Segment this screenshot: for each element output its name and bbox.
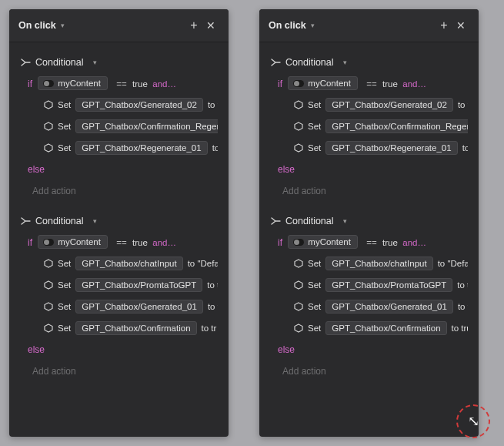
target-pill[interactable]: GPT_Chatbox/Confirmation_Regen [325, 119, 468, 133]
and-keyword: and… [152, 238, 176, 247]
svg-marker-13 [295, 324, 302, 332]
if-condition[interactable]: if myContent == true and… [20, 72, 218, 95]
action-row[interactable]: Set GPT_Chatbox/chatInput to "Defa [20, 253, 218, 273]
target-pill[interactable]: GPT_Chatbox/Generated_01 [75, 300, 203, 314]
chevron-down-icon: ▾ [61, 22, 65, 29]
target-pill[interactable]: GPT_Chatbox/Generated_02 [75, 98, 203, 112]
action-row[interactable]: Set GPT_Chatbox/Confirmation to tr [20, 318, 218, 338]
else-branch[interactable]: else [270, 340, 468, 360]
else-keyword: else [278, 344, 295, 355]
chevron-down-icon: ▾ [311, 22, 315, 29]
block-header[interactable]: Conditional ▾ [270, 212, 468, 230]
add-action-button[interactable]: Add action [270, 179, 468, 204]
branch-icon [270, 57, 281, 68]
to-value: to t [458, 100, 468, 109]
set-keyword: Set [58, 324, 71, 333]
set-keyword: Set [58, 259, 71, 268]
close-icon[interactable]: ✕ [202, 17, 219, 34]
conditional-label: Conditional [285, 57, 334, 68]
hexagon-icon [293, 302, 303, 312]
add-icon[interactable]: + [436, 17, 452, 34]
variable-pill[interactable]: myContent [38, 235, 108, 249]
set-keyword: Set [308, 280, 321, 290]
action-row[interactable]: Set GPT_Chatbox/Regenerate_01 to f [270, 138, 468, 158]
panel-header[interactable]: On click ▾ + ✕ [9, 9, 229, 42]
target-pill[interactable]: GPT_Chatbox/Confirmation [325, 321, 446, 335]
set-keyword: Set [308, 302, 321, 311]
block-header[interactable]: Conditional ▾ [20, 53, 218, 72]
close-icon[interactable]: ✕ [452, 17, 469, 34]
variable-pill[interactable]: myContent [38, 76, 108, 90]
to-value: to f [462, 143, 468, 153]
action-row[interactable]: Set GPT_Chatbox/chatInput to "Defa [270, 253, 468, 273]
set-keyword: Set [308, 100, 321, 109]
action-row[interactable]: Set GPT_Chatbox/Confirmation_Regen [270, 116, 468, 136]
to-value: to tru [452, 324, 468, 333]
variable-pill[interactable]: myContent [288, 76, 358, 90]
if-keyword: if [28, 79, 32, 89]
action-row[interactable]: Set GPT_Chatbox/Confirmation to tru [270, 318, 468, 338]
target-pill[interactable]: GPT_Chatbox/PromtaToGPT [75, 278, 202, 292]
action-row[interactable]: Set GPT_Chatbox/PromtaToGPT to tr [270, 275, 468, 295]
else-branch[interactable]: else [20, 340, 218, 360]
action-row[interactable]: Set GPT_Chatbox/PromtaToGPT to tr [20, 275, 218, 295]
block-header[interactable]: Conditional ▾ [20, 212, 218, 230]
action-row[interactable]: Set GPT_Chatbox/Regenerate_01 to f [20, 138, 218, 158]
set-keyword: Set [308, 122, 321, 131]
target-pill[interactable]: GPT_Chatbox/Generated_01 [325, 300, 453, 314]
if-condition[interactable]: if myContent == true and… [20, 230, 218, 253]
set-keyword: Set [58, 100, 71, 109]
svg-marker-2 [45, 144, 52, 152]
conditional-block: Conditional ▾ if myContent == true and… … [259, 209, 479, 389]
else-keyword: else [278, 164, 295, 175]
add-action-button[interactable]: Add action [20, 360, 218, 384]
add-action-button[interactable]: Add action [20, 179, 218, 204]
if-condition[interactable]: if myContent == true and… [270, 72, 468, 95]
action-row[interactable]: Set GPT_Chatbox/Generated_02 to t [270, 95, 468, 115]
resize-handle-icon[interactable]: ⤡ [456, 404, 490, 438]
variable-name: myContent [58, 237, 101, 246]
target-pill[interactable]: GPT_Chatbox/PromtaToGPT [325, 278, 452, 292]
variable-pill[interactable]: myContent [288, 235, 358, 249]
to-value: to tr [207, 280, 218, 290]
target-pill[interactable]: GPT_Chatbox/Regenerate_01 [325, 141, 457, 155]
target-pill[interactable]: GPT_Chatbox/Generated_02 [325, 98, 453, 112]
target-pill[interactable]: GPT_Chatbox/Confirmation_Regen [75, 119, 218, 133]
else-branch[interactable]: else [20, 159, 218, 179]
branch-icon [270, 216, 281, 226]
variable-name: myContent [308, 237, 351, 246]
action-row[interactable]: Set GPT_Chatbox/Generated_01 to tr [270, 297, 468, 317]
hexagon-icon [43, 259, 53, 269]
target-pill[interactable]: GPT_Chatbox/Confirmation [75, 321, 196, 335]
svg-marker-4 [45, 281, 52, 289]
and-keyword: and… [402, 79, 426, 89]
if-condition[interactable]: if myContent == true and… [270, 230, 468, 253]
action-row[interactable]: Set GPT_Chatbox/Generated_01 to tr [20, 297, 218, 317]
set-keyword: Set [58, 302, 71, 311]
toggle-icon [293, 239, 304, 246]
chevron-down-icon: ▾ [93, 59, 97, 66]
action-panel: On click ▾ + ✕ Conditional ▾ if myConten… [9, 9, 229, 437]
panel-title: On click [18, 20, 56, 31]
add-action-button[interactable]: Add action [270, 360, 468, 384]
svg-marker-6 [45, 324, 52, 332]
set-keyword: Set [308, 324, 321, 333]
action-row[interactable]: Set GPT_Chatbox/Confirmation_Regen [20, 116, 218, 136]
hexagon-icon [43, 324, 53, 334]
set-keyword: Set [58, 143, 71, 153]
to-value: to tr [457, 280, 468, 290]
add-icon[interactable]: + [185, 17, 202, 34]
hexagon-icon [293, 100, 303, 110]
action-panel: On click ▾ + ✕ Conditional ▾ if myConten… [259, 9, 479, 437]
else-branch[interactable]: else [270, 159, 468, 179]
to-value: to "Defa [438, 259, 468, 268]
target-pill[interactable]: GPT_Chatbox/chatInput [325, 257, 432, 270]
action-row[interactable]: Set GPT_Chatbox/Generated_02 to t [20, 95, 218, 115]
and-keyword: and… [152, 79, 176, 89]
target-pill[interactable]: GPT_Chatbox/chatInput [75, 257, 182, 270]
block-header[interactable]: Conditional ▾ [270, 53, 468, 72]
else-keyword: else [28, 344, 45, 355]
panel-header[interactable]: On click ▾ + ✕ [259, 9, 479, 42]
target-pill[interactable]: GPT_Chatbox/Regenerate_01 [75, 141, 207, 155]
toggle-icon [43, 80, 54, 87]
